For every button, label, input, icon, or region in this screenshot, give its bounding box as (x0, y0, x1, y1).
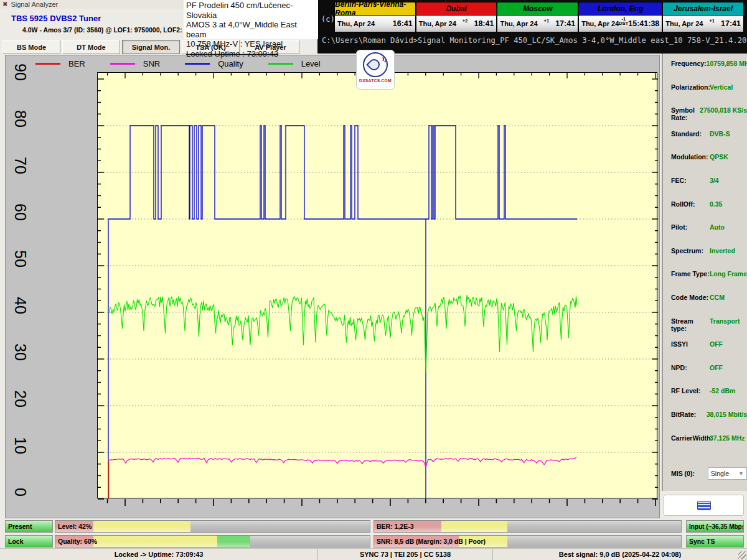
clock-london-time: 15:41:38 (628, 19, 659, 28)
panel-row-value: Long Frame (710, 270, 747, 278)
meter-segment (441, 521, 507, 532)
clock-london-dst-label: DST (619, 21, 628, 26)
panel-row-label: FEC: (671, 177, 710, 184)
panel-row: Pilot:Auto (671, 223, 747, 247)
y-tick-label: 80 (11, 105, 30, 133)
tab-signal-mon[interactable]: Signal Mon. (122, 40, 180, 54)
panel-row: BitRate:38,015 Mbit/s (671, 411, 747, 434)
panel-row-label: Spectrum: (671, 247, 710, 254)
legend-swatch (110, 63, 135, 65)
panel-row-label: BitRate: (671, 411, 707, 418)
legend-label: SNR (143, 59, 160, 68)
legend-label: Level (301, 59, 321, 68)
mis-selected-value: Single (711, 470, 729, 477)
clock-jerusalem-title: Jerusalem-Israel (663, 2, 743, 16)
legend-label: Quality (218, 59, 243, 68)
panel-row: Spectrum:Inverted (671, 247, 747, 271)
tab-bs-mode[interactable]: BS Mode (2, 40, 60, 54)
panel-row-label: Standard: (671, 130, 710, 138)
y-tick-label: 60 (11, 198, 30, 226)
note-line-frequency: 10 758 MHz-V : YES Israel (186, 39, 316, 49)
panel-row-value: Auto (710, 223, 725, 231)
y-tick-label: 50 (11, 245, 30, 273)
panel-row-label: Stream type: (671, 317, 710, 332)
statusbar: Locked -> Uptime: 73:09:43 SYNC 73 | TEI… (0, 548, 747, 560)
meter-segment (217, 536, 250, 547)
status-sync-counters: SYNC 73 | TEI 205 | CC 5138 (318, 549, 493, 560)
satellite-dish-icon (363, 52, 388, 77)
transponder-info-panel: Frequency:10759,858 MHzPolarization:Vert… (662, 53, 747, 491)
clock-dubai-title: Dubai (416, 2, 497, 16)
panel-row: RollOff:0.35 (671, 200, 747, 224)
panel-row-label: Modulation: (671, 153, 710, 161)
panel-row: ISSYIOFF (671, 340, 747, 364)
terminal-prompt-line: C:\Users\Roman Dávid>Signal Monitoring_P… (322, 36, 747, 45)
record-device-button[interactable] (664, 495, 744, 516)
y-tick-label: 30 (11, 338, 30, 366)
panel-row: Stream type:Transport (671, 317, 747, 341)
world-clock-gadget: Berlin-Paris-Vienna-Roma Thu, Apr 24 16:… (334, 2, 744, 32)
panel-row-value: -52 dBm (710, 387, 735, 394)
input-rate-indicator: Input (~36,35 Mbps) (686, 520, 744, 533)
clock-jerusalem-offset: +1 (709, 19, 715, 24)
panel-row-value: DVB-S (710, 130, 730, 138)
note-line-uptime: Locked Uptime : 73:09:43 (186, 49, 316, 59)
clock-dubai: Dubai Thu, Apr 24 +2 18:41 (416, 2, 498, 32)
tuner-title: TBS 5925 DVBS2 Tuner (11, 14, 101, 23)
ber-meter: BER: 1,2E-3 (374, 520, 682, 533)
mis-label: MIS (0): (671, 470, 708, 477)
panel-row-value: QPSK (710, 153, 728, 161)
tab-dt-mode[interactable]: DT Mode (62, 40, 120, 54)
panel-row-value: Vertical (710, 83, 733, 91)
panel-row-value: OFF (710, 364, 723, 371)
clock-berlin-time: 16:41 (393, 19, 413, 28)
y-tick-label: 40 (11, 292, 30, 319)
panel-row-value: 27500,018 KS/s (700, 106, 747, 114)
panel-row: Frame Type:Long Frame (671, 270, 747, 294)
panel-row: Standard:DVB-S (671, 130, 747, 154)
y-tick-label: 90 (11, 58, 30, 86)
meter-segment (93, 536, 217, 547)
dxsatcs-logo: DXSATCS.COM (356, 50, 395, 90)
legend-swatch (35, 63, 60, 65)
legend-item-level: Level (268, 59, 321, 68)
panel-row-value: 0.35 (710, 200, 722, 208)
panel-row-value: 37,125 MHz (710, 434, 745, 442)
chevron-down-icon: ▼ (738, 470, 744, 477)
panel-row: NPD:OFF (671, 364, 747, 388)
panel-row: Symbol Rate:27500,018 KS/s (671, 106, 747, 130)
clock-moscow-offset: +1 (544, 19, 550, 24)
clock-moscow-time: 17:41 (555, 19, 575, 28)
status-uptime: Locked -> Uptime: 73:09:43 (0, 549, 318, 560)
clock-moscow-date: Thu, Apr 24 (500, 20, 537, 27)
signal-monitor-chart: BERSNRQualityLevel 9080706050403020100 (5, 55, 660, 518)
logo-text: DXSATCS.COM (359, 78, 392, 83)
clock-dubai-date: Thu, Apr 24 (419, 20, 456, 27)
panel-row-value: 3/4 (710, 177, 719, 184)
panel-row: FEC:3/4 (671, 177, 747, 200)
panel-row: Polarization:Vertical (671, 83, 747, 107)
sync-ts-indicator: Sync TS (686, 535, 744, 548)
panel-row-label: RollOff: (671, 200, 710, 208)
clock-dubai-time: 18:41 (474, 19, 494, 28)
legend-swatch (268, 63, 293, 65)
panel-row-value: Transport (710, 317, 740, 325)
panel-row-label: Frame Type: (671, 270, 710, 278)
note-line-antenna: PF Prodelin 450 cm/Lučenec-Slovakia (186, 1, 316, 20)
y-tick-label: 0 (11, 478, 30, 506)
status-best-signal: Best signal: 9,0 dB (2025-04-22 04:08) (493, 549, 747, 560)
clock-dubai-offset: +2 (463, 19, 468, 24)
clock-jerusalem-date: Thu, Apr 24 (665, 20, 703, 27)
mis-dropdown[interactable]: Single ▼ (708, 467, 747, 480)
note-line-satellite: AMOS 3 at 4,0°W_Middle East beam (186, 20, 316, 39)
clock-london-title: London, Eng (579, 2, 662, 16)
y-tick-label: 20 (11, 385, 30, 413)
disk-icon (697, 501, 711, 510)
clock-jerusalem-time: 17:41 (721, 19, 741, 28)
panel-row-label: CarrierWidth: (671, 434, 710, 442)
resize-grip[interactable] (738, 551, 746, 559)
clock-berlin-title: Berlin-Paris-Vienna-Roma (335, 2, 415, 16)
clock-london-date: Thu, Apr 24 (581, 20, 619, 27)
panel-row: Code Mode:CCM (671, 294, 747, 317)
quality-meter: Quality: 60% (55, 535, 370, 548)
